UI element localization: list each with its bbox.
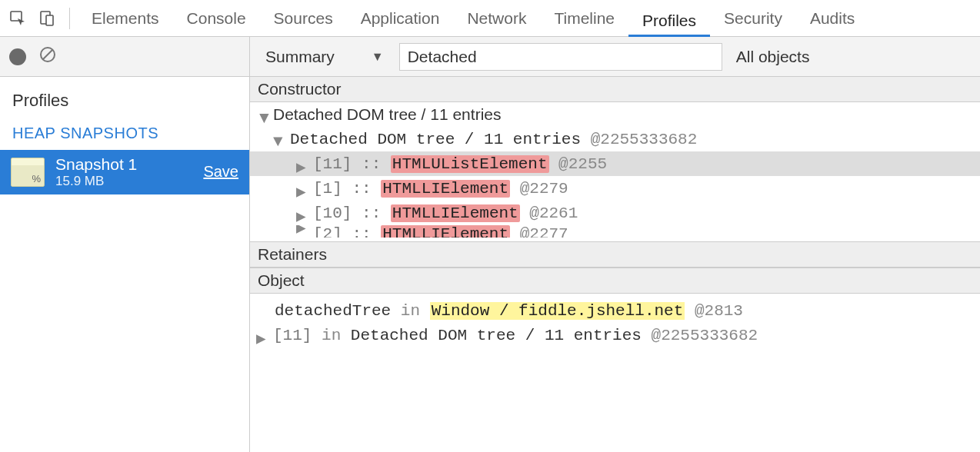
sidebar-section-heap-snapshots: HEAP SNAPSHOTS bbox=[0, 120, 249, 150]
entry-count: [1] bbox=[313, 180, 342, 198]
clear-icon[interactable] bbox=[38, 45, 57, 68]
entry-count: [2] bbox=[313, 225, 342, 238]
snapshot-thumbnail-icon bbox=[11, 158, 45, 187]
retainer-label: Detached DOM tree / 11 entries bbox=[351, 327, 642, 344]
view-select[interactable]: Summary ▼ bbox=[261, 48, 388, 66]
disclosure-right-icon[interactable]: ▶ bbox=[256, 329, 268, 341]
snapshot-name: Snapshot 1 bbox=[55, 155, 192, 174]
object-id: @2279 bbox=[520, 180, 568, 198]
toggle-device-toolbar-icon[interactable] bbox=[32, 4, 62, 33]
object-id: @2255 bbox=[558, 155, 607, 173]
disclosure-right-icon[interactable]: ▶ bbox=[296, 207, 308, 219]
view-select-label: Summary bbox=[265, 48, 335, 66]
retainer-var: detachedTree bbox=[275, 302, 391, 320]
retainers-header: Retainers bbox=[250, 242, 980, 268]
disclosure-right-icon[interactable]: ▶ bbox=[296, 158, 308, 170]
retainers-object-header[interactable]: Object bbox=[250, 268, 980, 294]
tree-root-label: Detached DOM tree / 11 entries bbox=[273, 105, 501, 124]
retainer-row[interactable]: ▶ [11] in Detached DOM tree / 11 entries… bbox=[256, 323, 974, 347]
retainer-window: Window / fiddle.jshell.net bbox=[430, 302, 685, 320]
entry-count: [11] bbox=[313, 155, 352, 173]
entry-type: HTMLUListElement bbox=[391, 155, 549, 173]
tab-elements[interactable]: Elements bbox=[78, 0, 173, 37]
tree-group-label: Detached DOM tree / 11 entries bbox=[290, 131, 581, 148]
tree-entry-row[interactable]: ▶ [1] :: HTMLLIElement @2279 bbox=[250, 176, 980, 201]
chevron-down-icon: ▼ bbox=[372, 50, 384, 64]
retainers-panel: Retainers Object detachedTree in Window … bbox=[250, 241, 980, 452]
inspect-element-icon[interactable] bbox=[3, 4, 32, 33]
toolbar-divider bbox=[69, 8, 70, 29]
tree-root-row[interactable]: ▼ Detached DOM tree / 11 entries bbox=[250, 102, 980, 127]
object-id: @2261 bbox=[529, 204, 578, 222]
tab-console[interactable]: Console bbox=[173, 0, 260, 37]
entry-type: HTMLLIElement bbox=[381, 180, 510, 198]
profiles-content: Summary ▼ All objects Constructor ▼ Deta… bbox=[250, 37, 980, 452]
object-id: @2277 bbox=[520, 225, 568, 238]
object-id: @2255333682 bbox=[591, 131, 698, 148]
constructor-tree: ▼ Detached DOM tree / 11 entries ▼ Detac… bbox=[250, 102, 980, 241]
record-icon[interactable] bbox=[9, 48, 26, 65]
constructor-column-header[interactable]: Constructor bbox=[250, 77, 980, 102]
retainer-row[interactable]: detachedTree in Window / fiddle.jshell.n… bbox=[256, 298, 974, 323]
disclosure-right-icon[interactable]: ▶ bbox=[296, 225, 308, 238]
entry-count: [10] bbox=[313, 204, 352, 222]
tree-entry-row[interactable]: ▶ [11] :: HTMLUListElement @2255 bbox=[250, 151, 980, 176]
disclosure-down-icon[interactable]: ▼ bbox=[273, 133, 285, 145]
tab-audits[interactable]: Audits bbox=[796, 0, 868, 37]
snapshot-size: 15.9 MB bbox=[55, 174, 192, 189]
svg-line-4 bbox=[43, 50, 52, 59]
retainer-count: [11] bbox=[273, 327, 312, 344]
scope-label: All objects bbox=[733, 48, 810, 66]
entry-type: HTMLLIElement bbox=[381, 225, 510, 238]
object-id: @2255333682 bbox=[652, 327, 758, 344]
tab-sources[interactable]: Sources bbox=[260, 0, 347, 37]
tab-timeline[interactable]: Timeline bbox=[540, 0, 628, 37]
entry-type: HTMLLIElement bbox=[391, 204, 520, 222]
tree-entry-row[interactable]: ▶ [2] :: HTMLLIElement @2277 bbox=[250, 225, 980, 238]
devtools-top-tabs: Elements Console Sources Application Net… bbox=[0, 0, 980, 37]
tree-entry-row[interactable]: ▶ [10] :: HTMLLIElement @2261 bbox=[250, 201, 980, 225]
tab-security[interactable]: Security bbox=[710, 0, 796, 37]
content-toolbar: Summary ▼ All objects bbox=[250, 37, 980, 77]
svg-rect-0 bbox=[11, 12, 22, 21]
tab-application[interactable]: Application bbox=[347, 0, 454, 37]
profiles-sidebar: Profiles HEAP SNAPSHOTS Snapshot 1 15.9 … bbox=[0, 37, 250, 452]
sidebar-toolbar bbox=[0, 37, 249, 77]
snapshot-item[interactable]: Snapshot 1 15.9 MB Save bbox=[0, 150, 249, 194]
object-id: @2813 bbox=[695, 302, 743, 320]
disclosure-right-icon[interactable]: ▶ bbox=[296, 182, 308, 194]
class-filter-input[interactable] bbox=[399, 43, 722, 71]
tree-group-row[interactable]: ▼ Detached DOM tree / 11 entries @225533… bbox=[250, 127, 980, 151]
svg-rect-2 bbox=[46, 15, 53, 25]
tab-profiles[interactable]: Profiles bbox=[628, 0, 710, 37]
tab-network[interactable]: Network bbox=[453, 0, 540, 37]
sidebar-title: Profiles bbox=[0, 77, 249, 120]
disclosure-down-icon[interactable]: ▼ bbox=[256, 108, 268, 121]
snapshot-save-link[interactable]: Save bbox=[203, 163, 238, 181]
